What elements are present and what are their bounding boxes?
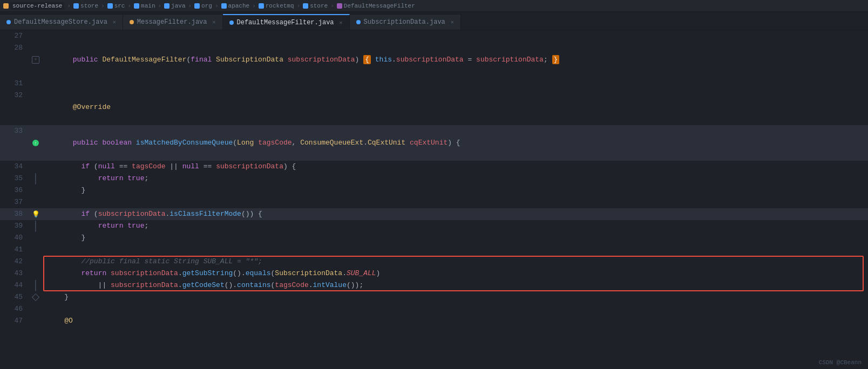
code-line-38: 38 💡 if (subscriptionData.isClassFilterM… (0, 208, 868, 220)
sep7: › (252, 3, 256, 9)
gutter-35: │ (28, 173, 43, 184)
gutter-42 (28, 256, 43, 268)
gutter-37 (28, 196, 43, 208)
breadcrumb-class[interactable]: DefaultMessageFilter (337, 3, 415, 9)
line-num-33: 33 (0, 125, 28, 161)
bc-class-label: DefaultMessageFilter (344, 3, 415, 9)
tab-subscriptiondata[interactable]: SubscriptionData.java ✕ (350, 14, 461, 30)
code-line-33: 33 ↑ public boolean isMatchedByConsumeQu… (0, 125, 868, 161)
code-36: } (43, 184, 868, 196)
debug-breakpoint-33[interactable]: ↑ (32, 140, 39, 146)
gutter-32 (28, 90, 43, 125)
code-line-31: 31 (0, 78, 868, 90)
sep3: › (127, 3, 131, 9)
tab-label-messagefilter: MessageFilter.java (137, 18, 207, 26)
tab-label-defaultmessagestore: DefaultMessageStore.java (14, 18, 107, 26)
sep9: › (330, 3, 334, 9)
breadcrumb-java[interactable]: java (164, 3, 185, 9)
breadcrumb-store2[interactable]: store (303, 3, 328, 9)
line-num-34: 34 (0, 161, 28, 173)
red-box-container: 42 //public final static String SUB_ALL … (0, 256, 868, 291)
tab-icon-subscriptiondata (356, 20, 361, 24)
code-39: return true; (43, 220, 868, 232)
breadcrumb-src[interactable]: src (107, 3, 125, 9)
breadcrumb-apache[interactable]: apache (221, 3, 250, 9)
line-num-42: 42 (0, 256, 28, 268)
expand-icon-28[interactable]: + (32, 56, 39, 64)
code-line-41: 41 (0, 244, 868, 256)
gutter-41 (28, 244, 43, 256)
breadcrumb-main[interactable]: main (134, 3, 155, 9)
gutter-44: │ (28, 279, 43, 291)
line-num-37: 37 (0, 196, 28, 208)
line-num-47: 47 (0, 315, 28, 327)
bc-main-label: main (141, 3, 155, 9)
sep5: › (188, 3, 192, 9)
code-line-43: 43 return subscriptionData.getSubString(… (0, 268, 868, 279)
code-41 (43, 244, 868, 256)
gutter-43 (28, 268, 43, 279)
bc-src-label: src (114, 3, 125, 9)
code-line-47: 47 @O (0, 315, 868, 327)
tab-defaultmessagestore[interactable]: DefaultMessageStore.java ✕ (0, 14, 123, 30)
tab-close-messagefilter[interactable]: ✕ (212, 19, 215, 25)
code-line-34: 34 if (null == tagsCode || null == subsc… (0, 161, 868, 173)
code-40: } (43, 232, 868, 244)
gutter-39: │ (28, 220, 43, 232)
gutter-34 (28, 161, 43, 173)
gutter-46 (28, 303, 43, 315)
code-46 (43, 303, 868, 315)
tab-icon-defaultmessagefilter (229, 20, 234, 25)
code-35: return true; (43, 173, 868, 184)
code-area: 27 28 + public DefaultMessageFilter(fina… (0, 30, 868, 369)
code-33: public boolean isMatchedByConsumeQueue(L… (43, 125, 868, 161)
code-42: //public final static String SUB_ALL = "… (43, 256, 868, 268)
code-line-40: 40 } (0, 232, 868, 244)
code-line-35: 35 │ return true; (0, 173, 868, 184)
bc-store2-label: store (310, 3, 328, 9)
line-num-28: 28 (0, 42, 28, 78)
tab-label-defaultmessagefilter: DefaultMessageFilter.java (237, 19, 334, 26)
code-37 (43, 196, 868, 208)
tab-close-defaultmessagefilter[interactable]: ✕ (340, 19, 343, 26)
code-line-32: 32 @Override (0, 90, 868, 125)
tab-messagefilter[interactable]: MessageFilter.java ✕ (123, 14, 223, 30)
bc-rocketmq-label: rocketmq (266, 3, 294, 9)
gutter-36 (28, 184, 43, 196)
code-44: || subscriptionData.getCodeSet().contain… (43, 279, 868, 291)
tab-bar: DefaultMessageStore.java ✕ MessageFilter… (0, 12, 868, 30)
gutter-40 (28, 232, 43, 244)
gutter-27 (28, 30, 43, 42)
bc-java-label: java (171, 3, 185, 9)
tab-close-subscriptiondata[interactable]: ✕ (451, 19, 454, 25)
code-43: return subscriptionData.getSubString().e… (43, 268, 868, 279)
gutter-31 (28, 78, 43, 90)
breadcrumb-store[interactable]: store (73, 3, 98, 9)
tab-close-defaultmessagestore[interactable]: ✕ (113, 19, 116, 25)
code-47: @O (43, 315, 868, 327)
breadcrumb-sep: › (67, 3, 71, 9)
sep6: › (215, 3, 219, 9)
diamond-icon-45 (32, 293, 39, 301)
line-num-35: 35 (0, 173, 28, 184)
breadcrumb-org[interactable]: org (194, 3, 212, 9)
tab-defaultmessagefilter[interactable]: DefaultMessageFilter.java ✕ (223, 14, 350, 30)
code-34: if (null == tagsCode || null == subscrip… (43, 161, 868, 173)
lightbulb-icon-38[interactable]: 💡 (32, 210, 40, 218)
line-num-43: 43 (0, 268, 28, 279)
gutter-38: 💡 (28, 208, 43, 220)
code-line-42: 42 //public final static String SUB_ALL … (0, 256, 868, 268)
code-line-37: 37 (0, 196, 868, 208)
gutter-45 (28, 291, 43, 303)
code-31 (43, 78, 868, 90)
line-num-32: 32 (0, 90, 28, 125)
code-28: public DefaultMessageFilter(final Subscr… (43, 42, 868, 78)
breadcrumb-source-release[interactable]: source-release (3, 2, 64, 10)
line-num-31: 31 (0, 78, 28, 90)
code-line-27: 27 (0, 30, 868, 42)
sep2: › (101, 3, 105, 9)
tab-icon-defaultmessagestore (6, 20, 11, 24)
breadcrumb-bar: source-release › store › src › main › ja… (0, 0, 868, 12)
code-32: @Override (43, 90, 868, 125)
breadcrumb-rocketmq[interactable]: rocketmq (259, 3, 294, 9)
